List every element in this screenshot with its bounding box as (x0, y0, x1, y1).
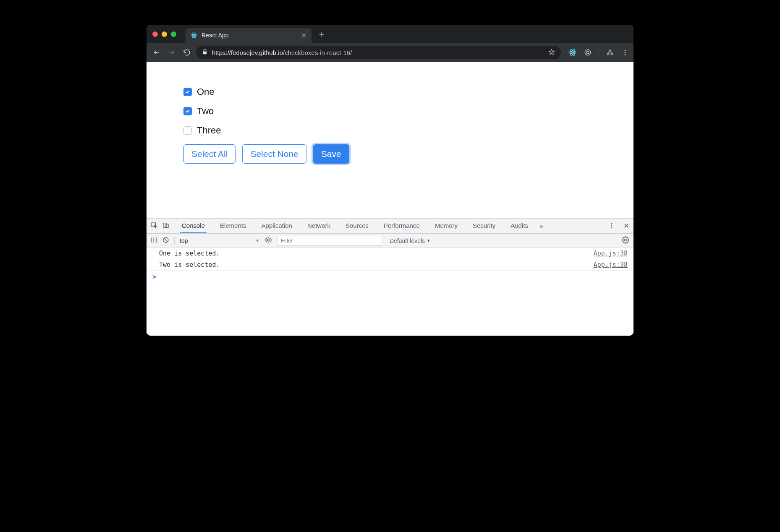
tab-close-icon[interactable]: ✕ (301, 31, 306, 39)
nav-reload-button[interactable] (181, 49, 193, 56)
checkbox-label: Two (197, 106, 214, 117)
svg-point-15 (625, 54, 626, 55)
svg-point-4 (572, 52, 573, 53)
checkbox-label: Three (197, 125, 221, 136)
checkbox-label: One (197, 86, 215, 97)
button-row: Select All Select None Save (183, 144, 597, 164)
nav-back-button[interactable] (151, 49, 162, 56)
browser-menu-icon[interactable] (621, 48, 629, 57)
svg-point-8 (585, 50, 591, 55)
svg-point-14 (625, 52, 626, 53)
window-close-button[interactable] (152, 31, 158, 37)
url-host: https://fedosejev.github.io (212, 49, 283, 56)
devtools-close-icon[interactable]: ✕ (623, 222, 629, 230)
save-button[interactable]: Save (313, 144, 349, 164)
console-output: One is selected.App.js:38Two is selected… (147, 248, 633, 336)
inspect-element-icon[interactable] (151, 222, 157, 230)
devtools-tab-elements[interactable]: Elements (218, 219, 248, 233)
devtools-tab-security[interactable]: Security (471, 219, 497, 233)
svg-point-9 (586, 51, 589, 54)
window-maximize-button[interactable] (171, 31, 176, 37)
devtools-tab-network[interactable]: Network (306, 219, 332, 233)
url-path: /checkboxes-in-react-16/ (283, 49, 352, 56)
devtools-tab-memory[interactable]: Memory (433, 219, 459, 233)
select-all-button[interactable]: Select All (183, 144, 236, 164)
checkbox-row: One (183, 86, 597, 97)
console-filter-input[interactable] (277, 236, 382, 246)
window-minimize-button[interactable] (162, 31, 167, 37)
console-settings-icon[interactable] (622, 236, 629, 245)
svg-point-13 (625, 50, 626, 51)
page-content: OneTwoThree Select All Select None Save (147, 62, 633, 218)
console-sidebar-toggle-icon[interactable] (151, 237, 157, 245)
lock-icon (202, 49, 208, 56)
react-devtools-extension-icon[interactable] (568, 48, 577, 57)
log-levels-label: Default levels (390, 237, 425, 244)
svg-point-11 (607, 53, 609, 55)
nav-forward-button[interactable] (166, 49, 178, 56)
svg-point-20 (611, 225, 612, 226)
extension-area (568, 48, 629, 57)
svg-point-12 (611, 53, 613, 55)
checkbox[interactable] (183, 107, 192, 115)
chevron-down-icon: ▼ (427, 238, 431, 243)
console-log-message: One is selected. (159, 250, 220, 257)
devtools-tab-console[interactable]: Console (180, 219, 207, 233)
toolbar-divider (599, 48, 599, 57)
devtools-tab-application[interactable]: Application (260, 219, 294, 233)
device-toolbar-icon[interactable] (162, 222, 169, 230)
console-context-select[interactable]: top (180, 237, 259, 244)
checkbox-row: Two (183, 106, 597, 117)
svg-point-19 (611, 223, 612, 224)
console-prompt[interactable]: > (147, 271, 633, 283)
browser-tab[interactable]: React App ✕ (186, 28, 311, 43)
browser-window: React App ✕ ＋ https://fedosejev.github.i… (147, 25, 633, 336)
svg-point-0 (194, 35, 195, 36)
window-traffic-lights (152, 31, 176, 37)
svg-point-25 (625, 239, 627, 241)
tab-title: React App (202, 32, 229, 39)
devtools-tabs: ConsoleElementsApplicationNetworkSources… (147, 219, 633, 234)
checkbox-row: Three (183, 125, 597, 136)
console-log-source-link[interactable]: App.js:38 (594, 261, 628, 269)
profile-icon[interactable] (606, 48, 614, 57)
console-log-row: Two is selected.App.js:38 (147, 259, 633, 271)
devtools-more-tabs[interactable]: » (538, 219, 545, 233)
checkbox[interactable] (183, 126, 192, 135)
svg-rect-17 (163, 223, 167, 228)
live-expression-icon[interactable] (264, 236, 272, 245)
url-toolbar: https://fedosejev.github.io/checkboxes-i… (147, 43, 633, 62)
devtools-tab-sources[interactable]: Sources (344, 219, 370, 233)
devtools-tab-audits[interactable]: Audits (509, 219, 530, 233)
svg-point-21 (611, 227, 612, 228)
svg-point-10 (609, 50, 611, 52)
console-log-row: One is selected.App.js:38 (147, 248, 633, 259)
devtools-console-toolbar: top Default levels ▼ (147, 234, 633, 248)
log-levels-dropdown[interactable]: Default levels ▼ (390, 237, 431, 244)
devtools-panel: ConsoleElementsApplicationNetworkSources… (147, 218, 633, 336)
devtools-menu-icon[interactable] (608, 222, 615, 230)
svg-point-24 (267, 239, 270, 241)
console-log-message: Two is selected. (159, 261, 220, 269)
address-bar[interactable]: https://fedosejev.github.io/checkboxes-i… (196, 46, 561, 59)
extension-circle-icon[interactable] (584, 48, 592, 57)
svg-rect-18 (166, 224, 168, 227)
console-log-source-link[interactable]: App.js:38 (594, 250, 628, 257)
checkbox[interactable] (183, 88, 192, 96)
new-tab-button[interactable]: ＋ (317, 29, 326, 40)
url-text: https://fedosejev.github.io/checkboxes-i… (212, 49, 352, 56)
select-none-button[interactable]: Select None (242, 144, 306, 164)
react-icon (191, 32, 197, 39)
bookmark-star-icon[interactable] (548, 49, 555, 57)
clear-console-icon[interactable] (162, 237, 169, 245)
titlebar: React App ✕ ＋ (147, 25, 633, 43)
devtools-tab-performance[interactable]: Performance (382, 219, 421, 233)
